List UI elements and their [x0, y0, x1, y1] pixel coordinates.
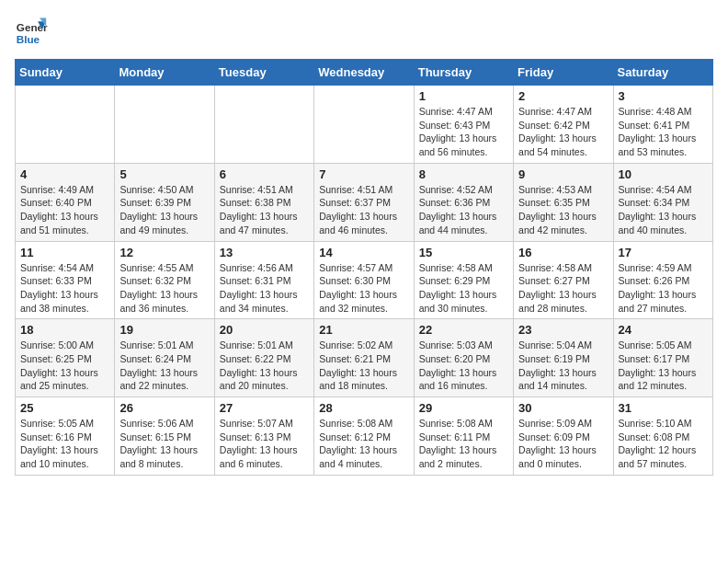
week-row-1: 1Sunrise: 4:47 AM Sunset: 6:43 PM Daylig… [16, 86, 713, 164]
day-number: 19 [119, 323, 209, 337]
calendar-cell: 23Sunrise: 5:04 AM Sunset: 6:19 PM Dayli… [514, 319, 613, 397]
day-info: Sunrise: 4:56 AM Sunset: 6:31 PM Dayligh… [220, 261, 309, 316]
calendar-table: SundayMondayTuesdayWednesdayThursdayFrid… [15, 59, 713, 476]
day-info: Sunrise: 4:47 AM Sunset: 6:42 PM Dayligh… [518, 105, 608, 159]
calendar-cell [214, 86, 313, 164]
day-info: Sunrise: 5:03 AM Sunset: 6:20 PM Dayligh… [419, 339, 508, 393]
calendar-cell [314, 86, 414, 164]
day-number: 24 [619, 323, 708, 337]
calendar-cell: 3Sunrise: 4:48 AM Sunset: 6:41 PM Daylig… [613, 86, 712, 164]
week-row-2: 4Sunrise: 4:49 AM Sunset: 6:40 PM Daylig… [16, 163, 713, 241]
day-info: Sunrise: 4:49 AM Sunset: 6:40 PM Dayligh… [20, 183, 109, 237]
calendar-cell: 29Sunrise: 5:08 AM Sunset: 6:11 PM Dayli… [414, 397, 513, 476]
day-info: Sunrise: 5:02 AM Sunset: 6:21 PM Dayligh… [319, 339, 408, 393]
day-info: Sunrise: 4:52 AM Sunset: 6:36 PM Dayligh… [419, 183, 508, 237]
day-info: Sunrise: 5:05 AM Sunset: 6:17 PM Dayligh… [619, 339, 708, 393]
calendar-cell [16, 86, 115, 164]
calendar-cell: 24Sunrise: 5:05 AM Sunset: 6:17 PM Dayli… [613, 319, 712, 397]
day-number: 22 [419, 323, 508, 337]
day-info: Sunrise: 4:54 AM Sunset: 6:33 PM Dayligh… [20, 261, 109, 316]
day-info: Sunrise: 4:58 AM Sunset: 6:27 PM Dayligh… [518, 261, 608, 316]
day-number: 7 [319, 167, 408, 181]
calendar-cell: 1Sunrise: 4:47 AM Sunset: 6:43 PM Daylig… [414, 86, 513, 164]
weekday-friday: Friday [514, 60, 613, 86]
day-info: Sunrise: 4:50 AM Sunset: 6:39 PM Dayligh… [119, 183, 209, 237]
calendar-cell: 30Sunrise: 5:09 AM Sunset: 6:09 PM Dayli… [514, 397, 613, 476]
day-info: Sunrise: 4:51 AM Sunset: 6:38 PM Dayligh… [220, 183, 309, 237]
day-number: 27 [220, 401, 309, 415]
calendar-cell: 20Sunrise: 5:01 AM Sunset: 6:22 PM Dayli… [214, 319, 313, 397]
day-number: 31 [619, 401, 708, 415]
calendar-cell: 2Sunrise: 4:47 AM Sunset: 6:42 PM Daylig… [514, 86, 613, 164]
day-number: 2 [518, 89, 608, 103]
day-info: Sunrise: 5:08 AM Sunset: 6:12 PM Dayligh… [319, 417, 408, 471]
day-info: Sunrise: 5:08 AM Sunset: 6:11 PM Dayligh… [419, 417, 508, 471]
calendar-cell: 19Sunrise: 5:01 AM Sunset: 6:24 PM Dayli… [115, 319, 214, 397]
day-number: 15 [419, 246, 508, 259]
day-number: 10 [619, 167, 708, 181]
calendar-cell: 25Sunrise: 5:05 AM Sunset: 6:16 PM Dayli… [16, 397, 115, 476]
calendar-cell: 9Sunrise: 4:53 AM Sunset: 6:35 PM Daylig… [514, 163, 613, 241]
calendar-cell: 8Sunrise: 4:52 AM Sunset: 6:36 PM Daylig… [414, 163, 513, 241]
day-info: Sunrise: 4:59 AM Sunset: 6:26 PM Dayligh… [619, 261, 708, 316]
day-number: 6 [220, 167, 309, 181]
day-info: Sunrise: 5:07 AM Sunset: 6:13 PM Dayligh… [220, 417, 309, 471]
calendar-cell: 6Sunrise: 4:51 AM Sunset: 6:38 PM Daylig… [214, 163, 313, 241]
day-info: Sunrise: 5:06 AM Sunset: 6:15 PM Dayligh… [119, 417, 209, 471]
day-number: 17 [619, 246, 708, 259]
calendar-cell: 31Sunrise: 5:10 AM Sunset: 6:08 PM Dayli… [613, 397, 712, 476]
day-info: Sunrise: 4:58 AM Sunset: 6:29 PM Dayligh… [419, 261, 508, 316]
day-number: 8 [419, 167, 508, 181]
day-number: 30 [518, 401, 608, 415]
day-number: 28 [319, 401, 408, 415]
day-info: Sunrise: 5:05 AM Sunset: 6:16 PM Dayligh… [20, 417, 109, 471]
week-row-5: 25Sunrise: 5:05 AM Sunset: 6:16 PM Dayli… [16, 397, 713, 476]
calendar-cell: 27Sunrise: 5:07 AM Sunset: 6:13 PM Dayli… [214, 397, 313, 476]
weekday-tuesday: Tuesday [214, 60, 313, 86]
day-number: 20 [220, 323, 309, 337]
day-info: Sunrise: 5:01 AM Sunset: 6:24 PM Dayligh… [119, 339, 209, 393]
day-number: 23 [518, 323, 608, 337]
svg-text:Blue: Blue [17, 33, 40, 45]
day-number: 11 [20, 246, 109, 259]
calendar-cell: 17Sunrise: 4:59 AM Sunset: 6:26 PM Dayli… [613, 241, 712, 319]
calendar-cell [115, 86, 214, 164]
day-number: 29 [419, 401, 508, 415]
day-info: Sunrise: 4:54 AM Sunset: 6:34 PM Dayligh… [619, 183, 708, 237]
day-number: 14 [319, 246, 408, 259]
calendar-cell: 7Sunrise: 4:51 AM Sunset: 6:37 PM Daylig… [314, 163, 414, 241]
calendar-cell: 11Sunrise: 4:54 AM Sunset: 6:33 PM Dayli… [16, 241, 115, 319]
day-number: 12 [119, 246, 209, 259]
week-row-4: 18Sunrise: 5:00 AM Sunset: 6:25 PM Dayli… [16, 319, 713, 397]
calendar-cell: 16Sunrise: 4:58 AM Sunset: 6:27 PM Dayli… [514, 241, 613, 319]
calendar-cell: 10Sunrise: 4:54 AM Sunset: 6:34 PM Dayli… [613, 163, 712, 241]
week-row-3: 11Sunrise: 4:54 AM Sunset: 6:33 PM Dayli… [16, 241, 713, 319]
day-number: 26 [119, 401, 209, 415]
day-info: Sunrise: 5:09 AM Sunset: 6:09 PM Dayligh… [518, 417, 608, 471]
weekday-thursday: Thursday [414, 60, 513, 86]
calendar-cell: 14Sunrise: 4:57 AM Sunset: 6:30 PM Dayli… [314, 241, 414, 319]
logo: General Blue [15, 15, 51, 48]
calendar-cell: 13Sunrise: 4:56 AM Sunset: 6:31 PM Dayli… [214, 241, 313, 319]
day-info: Sunrise: 5:10 AM Sunset: 6:08 PM Dayligh… [619, 417, 708, 471]
weekday-monday: Monday [115, 60, 214, 86]
day-info: Sunrise: 5:04 AM Sunset: 6:19 PM Dayligh… [518, 339, 608, 393]
day-info: Sunrise: 4:57 AM Sunset: 6:30 PM Dayligh… [319, 261, 408, 316]
weekday-header-row: SundayMondayTuesdayWednesdayThursdayFrid… [16, 60, 713, 86]
day-number: 13 [220, 246, 309, 259]
day-info: Sunrise: 4:48 AM Sunset: 6:41 PM Dayligh… [619, 105, 708, 159]
calendar-cell: 4Sunrise: 4:49 AM Sunset: 6:40 PM Daylig… [16, 163, 115, 241]
calendar-cell: 28Sunrise: 5:08 AM Sunset: 6:12 PM Dayli… [314, 397, 414, 476]
day-number: 25 [20, 401, 109, 415]
weekday-wednesday: Wednesday [314, 60, 414, 86]
day-info: Sunrise: 5:00 AM Sunset: 6:25 PM Dayligh… [20, 339, 109, 393]
day-info: Sunrise: 4:53 AM Sunset: 6:35 PM Dayligh… [518, 183, 608, 237]
logo-icon: General Blue [15, 15, 48, 48]
calendar-cell: 12Sunrise: 4:55 AM Sunset: 6:32 PM Dayli… [115, 241, 214, 319]
day-number: 18 [20, 323, 109, 337]
calendar-cell: 26Sunrise: 5:06 AM Sunset: 6:15 PM Dayli… [115, 397, 214, 476]
day-number: 16 [518, 246, 608, 259]
day-number: 4 [20, 167, 109, 181]
weekday-sunday: Sunday [16, 60, 115, 86]
day-info: Sunrise: 4:55 AM Sunset: 6:32 PM Dayligh… [119, 261, 209, 316]
